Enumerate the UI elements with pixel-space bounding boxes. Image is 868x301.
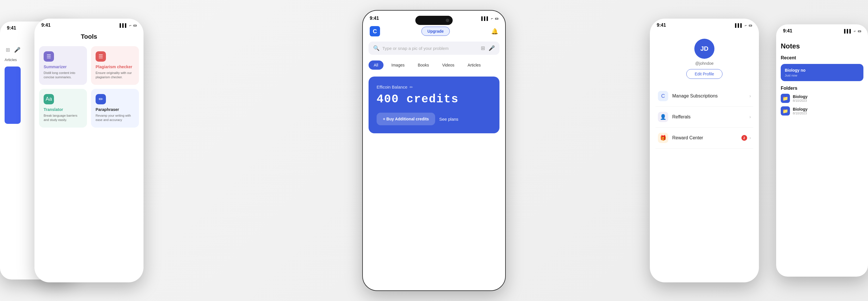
buy-credits-button[interactable]: + Buy Additional credits <box>377 113 435 125</box>
battery-icon-4: ▭ <box>749 23 752 28</box>
phone-profile: 9:41 ▌▌▌ ⌐ ▭ JD @johndoe Edit Profile C … <box>650 19 759 282</box>
folder-date-2: 8/10/2023 <box>793 111 863 115</box>
referrals-icon: 👤 <box>658 112 668 122</box>
folders-label: Folders <box>781 86 863 91</box>
time-5: 9:41 <box>783 28 792 34</box>
blue-bar-1 <box>5 67 21 124</box>
status-icons-3: ▌▌▌ ⌐ ▭ <box>482 16 498 21</box>
battery-icon-3: ▭ <box>495 16 498 21</box>
search-placeholder: Type or snap a pic of your problem <box>382 46 478 51</box>
efficoin-label: Efficoin Balance <box>377 85 407 90</box>
subscriptions-icon: C <box>658 91 668 101</box>
bell-icon-3[interactable]: 🔔 <box>491 28 498 35</box>
translator-desc: Break language barriers and study easily… <box>43 113 82 123</box>
camera <box>446 19 449 22</box>
phone3-content: C Upgrade 🔔 🔍 Type or snap a pic of your… <box>363 26 505 133</box>
status-bar-2: 9:41 ▌▌▌ ⌐ ▭ <box>34 19 144 30</box>
scan-icon-3[interactable]: ⊞ <box>481 45 485 51</box>
tools-grid: ☰ Summarizer Distill long content into c… <box>34 46 144 128</box>
menu-item-referrals[interactable]: 👤 Refferals › <box>656 107 753 128</box>
plagiarism-desc: Ensure originality with our plagiarism c… <box>96 71 134 80</box>
signal-icon-3: ▌▌▌ <box>482 16 489 21</box>
note-time: Just now <box>785 74 859 77</box>
reward-icon: 🎁 <box>658 133 668 143</box>
tab-images[interactable]: Images <box>386 61 410 70</box>
recent-note-card[interactable]: Biology no Just now <box>781 64 863 81</box>
tool-card-translator[interactable]: Aa Translator Break language barriers an… <box>39 89 87 128</box>
chevron-icon-reward: › <box>749 135 751 140</box>
filter-tabs: All Images Books Videos Articles <box>369 61 499 70</box>
tool-card-summarizer[interactable]: ☰ Summarizer Distill long content into c… <box>39 46 87 85</box>
see-plans-link[interactable]: See plans <box>439 117 458 122</box>
reward-badge: 2 <box>741 135 747 141</box>
phone-notes: 9:41 ▌▌▌ ⌐ ▭ Notes Recent Biology no Jus… <box>776 24 868 277</box>
reward-label: Reward Center <box>672 135 741 140</box>
tab-videos[interactable]: Videos <box>437 61 460 70</box>
menu-item-reward[interactable]: 🎁 Reward Center 2 › <box>656 128 753 148</box>
folder-icon-1: 📁 <box>781 94 790 103</box>
signal-icon-2: ▌▌▌ <box>120 23 128 28</box>
coursehero-logo: C <box>370 26 380 36</box>
scan-icon-1[interactable]: ⊞ <box>6 47 10 53</box>
folder-item-1[interactable]: 📁 Biology 8/10/2023 <box>781 94 863 103</box>
folder-info-2: Biology 8/10/2023 <box>793 107 863 115</box>
status-bar-4: 9:41 ▌▌▌ ⌐ ▭ <box>650 19 759 30</box>
time-2: 9:41 <box>41 23 51 28</box>
note-title: Biology no <box>785 68 859 72</box>
tab-books[interactable]: Books <box>412 61 434 70</box>
search-icon: 🔍 <box>373 45 379 51</box>
status-icons-5: ▌▌▌ ⌐ ▭ <box>844 29 861 33</box>
plagiarism-name: Plagiarism checker <box>96 65 134 69</box>
upgrade-button[interactable]: Upgrade <box>422 27 450 36</box>
time-1: 9:41 <box>7 26 16 31</box>
edit-icon[interactable]: ✏ <box>410 85 413 90</box>
signal-icon-5: ▌▌▌ <box>844 29 852 33</box>
credits-card-header: Efficoin Balance ✏ <box>377 85 491 90</box>
credits-card: Efficoin Balance ✏ 400 credits + Buy Add… <box>369 76 499 133</box>
wifi-icon-3: ⌐ <box>491 16 493 21</box>
mic-icon-1[interactable]: 🎤 <box>14 47 20 53</box>
battery-icon-5: ▭ <box>858 29 861 33</box>
wifi-icon-4: ⌐ <box>745 23 747 28</box>
tools-title: Tools <box>34 33 144 40</box>
signal-icon-4: ▌▌▌ <box>735 23 743 28</box>
paraphraser-desc: Revamp your writing with ease and accura… <box>96 113 134 123</box>
folder-name-1: Biology <box>793 94 863 99</box>
referrals-label: Refferals <box>672 114 749 120</box>
search-bar[interactable]: 🔍 Type or snap a pic of your problem ⊞ 🎤 <box>369 41 499 55</box>
folder-icon-2: 📁 <box>781 106 790 115</box>
tool-card-plagiarism[interactable]: ☰ Plagiarism checker Ensure originality … <box>91 46 139 85</box>
search-icons: ⊞ 🎤 <box>481 45 495 51</box>
paraphraser-name: Paraphraser <box>96 107 134 112</box>
tab-all[interactable]: All <box>369 61 383 70</box>
notch <box>415 16 453 25</box>
translator-name: Translator <box>43 107 82 112</box>
notes-title: Notes <box>781 42 863 50</box>
folder-item-2[interactable]: 📁 Biology 8/10/2023 <box>781 106 863 115</box>
chevron-icon-referrals: › <box>749 114 751 120</box>
folder-date-1: 8/10/2023 <box>793 99 863 102</box>
phone3-header: C Upgrade 🔔 <box>369 26 499 36</box>
plagiarism-icon: ☰ <box>96 51 106 62</box>
status-bar-5: 9:41 ▌▌▌ ⌐ ▭ <box>776 24 868 36</box>
tab-articles[interactable]: Articles <box>462 61 486 70</box>
summarizer-icon: ☰ <box>43 51 54 62</box>
chevron-icon-subscriptions: › <box>749 94 751 99</box>
phone-tools: 9:41 ▌▌▌ ⌐ ▭ Tools ☰ Summarizer Distill … <box>34 19 144 282</box>
menu-item-subscriptions[interactable]: C Manage Subscriptions › <box>656 86 753 107</box>
status-icons-2: ▌▌▌ ⌐ ▭ <box>120 23 136 28</box>
wifi-icon-5: ⌐ <box>854 29 856 33</box>
time-3: 9:41 <box>370 16 379 21</box>
credits-amount: 400 credits <box>377 93 491 106</box>
mic-icon-3[interactable]: 🎤 <box>489 45 495 51</box>
edit-profile-button[interactable]: Edit Profile <box>686 69 722 79</box>
summarizer-name: Summarizer <box>43 65 82 69</box>
status-icons-4: ▌▌▌ ⌐ ▭ <box>735 23 752 28</box>
translator-icon: Aa <box>43 94 54 104</box>
phone4-content: JD @johndoe Edit Profile C Manage Subscr… <box>650 30 759 152</box>
credits-actions: + Buy Additional credits See plans <box>377 113 491 125</box>
summarizer-desc: Distill long content into concise summar… <box>43 71 82 80</box>
recent-label: Recent <box>781 55 863 61</box>
tool-card-paraphraser[interactable]: ✏ Paraphraser Revamp your writing with e… <box>91 89 139 128</box>
profile-section: JD @johndoe Edit Profile <box>656 39 753 79</box>
